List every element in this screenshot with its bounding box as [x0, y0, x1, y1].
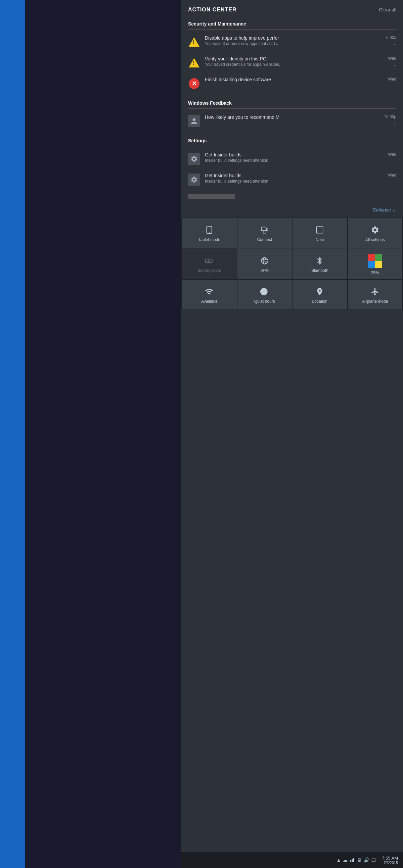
tile-location-label: Location — [312, 299, 327, 304]
warning-triangle-icon — [189, 37, 200, 46]
notif-time-area: 6:00a ⌄ — [379, 35, 396, 46]
tile-all-settings[interactable]: All settings — [348, 218, 403, 248]
quiet-hours-icon — [260, 287, 269, 297]
monitor-icon: 🖥 — [357, 857, 362, 863]
tile-wifi[interactable]: Available — [182, 280, 237, 309]
notif-time: Wed — [388, 173, 396, 178]
tile-note-label: Note — [316, 237, 324, 242]
vpn-icon — [260, 256, 269, 266]
notif-time-area: Wed — [379, 173, 396, 178]
notif-time-area: 10:00p ⌄ — [379, 115, 396, 125]
notif-content: Get Insider builds Insider build setting… — [205, 152, 375, 163]
svg-rect-5 — [266, 228, 268, 231]
chevron-down-icon: ⌄ — [393, 41, 396, 46]
notif-title: Verify your identity on this PC — [205, 56, 375, 61]
partial-notification — [181, 190, 403, 200]
section-title-feedback: Windows Feedback — [181, 97, 403, 108]
notif-title: Disable apps to help improve perfor — [205, 35, 375, 41]
svg-point-11 — [263, 257, 266, 264]
notif-content: Get Insider builds Insider build setting… — [205, 173, 375, 184]
warning-triangle-icon — [189, 58, 200, 67]
tile-vpn[interactable]: VPN — [237, 248, 292, 279]
tile-connect-label: Connect — [257, 237, 272, 242]
divider-feedback — [188, 108, 396, 109]
notif-subtitle: Insider build settings need attention — [205, 158, 375, 163]
notification-item[interactable]: Get Insider builds Insider build setting… — [181, 169, 403, 190]
notif-time: Wed — [388, 152, 396, 157]
tile-battery-saver[interactable]: Battery saver — [182, 248, 237, 279]
colorful-quadrant-blue — [368, 261, 375, 268]
action-center-panel: ACTION CENTER Clear all Security and Mai… — [181, 0, 403, 868]
connect-icon — [260, 225, 269, 235]
feedback-icon — [188, 115, 200, 127]
notif-title: Finish installing device software — [205, 77, 375, 82]
notif-title: Get Insider builds — [205, 173, 375, 178]
svg-rect-15 — [352, 859, 353, 862]
colorful-app-icon — [368, 254, 382, 268]
quick-actions-grid: Tablet mode Connect Note — [181, 217, 403, 310]
settings-icon — [188, 174, 200, 186]
network-icon — [350, 857, 355, 863]
colorful-quadrant-yellow — [375, 261, 382, 268]
svg-point-10 — [261, 257, 268, 264]
tile-tablet-mode[interactable]: Tablet mode — [182, 218, 237, 248]
colorful-quadrant-green — [375, 254, 382, 261]
collapse-button[interactable]: Collapse ⌄ — [373, 207, 396, 213]
tile-note[interactable]: Note — [292, 218, 347, 248]
action-center-title: ACTION CENTER — [188, 7, 237, 13]
tile-location[interactable]: Location — [292, 280, 347, 309]
notif-content: How likely are you to recommend M — [205, 115, 375, 120]
notif-time-area: Wed ⌄ — [379, 56, 396, 67]
bluetooth-icon — [315, 256, 324, 266]
notif-content: Verify your identity on this PC Your sav… — [205, 56, 375, 67]
notif-content: Finish installing device software — [205, 77, 375, 82]
colorful-quadrant-red — [368, 254, 375, 261]
notification-item[interactable]: Disable apps to help improve perfor You … — [181, 31, 403, 52]
tile-colorful-label: 25% — [371, 271, 379, 275]
clear-all-button[interactable]: Clear all — [379, 7, 396, 12]
notification-item[interactable]: How likely are you to recommend M 10:00p… — [181, 111, 403, 131]
notification-item[interactable]: Get Insider builds Insider build setting… — [181, 148, 403, 169]
notification-item[interactable]: ✕ Finish installing device software Wed — [181, 73, 403, 94]
tile-colorful[interactable]: 25% — [348, 248, 403, 279]
tile-airplane-mode[interactable]: Airplane mode — [348, 280, 403, 309]
action-center-icon[interactable]: ❑ — [371, 857, 376, 863]
tile-tablet-mode-label: Tablet mode — [199, 237, 220, 242]
notif-content: Disable apps to help improve perfor You … — [205, 35, 375, 46]
collapse-row: Collapse ⌄ — [181, 204, 403, 217]
notif-time: Wed — [388, 77, 396, 82]
blue-sidebar — [0, 0, 25, 868]
section-feedback: Windows Feedback How likely are you to r… — [181, 97, 403, 134]
svg-rect-14 — [350, 860, 351, 862]
all-settings-icon — [370, 225, 380, 235]
warning-icon — [188, 57, 200, 69]
error-icon: ✕ — [188, 78, 200, 90]
taskbar-time-area[interactable]: 7:55 AM 7/3/2015 — [382, 856, 398, 865]
chevron-down-icon: ⌄ — [393, 121, 396, 125]
cloud-icon: ☁ — [343, 857, 348, 863]
notification-item[interactable]: Verify your identity on this PC Your sav… — [181, 52, 403, 73]
wifi-icon — [204, 287, 214, 297]
tile-quiet-hours[interactable]: Quiet hours — [237, 280, 292, 309]
tablet-mode-icon — [204, 225, 214, 235]
notif-time-area: Wed — [379, 152, 396, 157]
partial-line — [188, 194, 235, 199]
taskbar: ▲ ☁ 🖥 🔊 ❑ 7:55 AM 7/3/2015 — [181, 852, 403, 868]
gear-icon — [188, 153, 200, 165]
divider-settings — [188, 146, 396, 146]
tile-bluetooth[interactable]: Bluetooth — [292, 248, 347, 279]
tile-wifi-label: Available — [201, 299, 217, 304]
svg-point-9 — [208, 260, 210, 262]
notif-time: 10:00p — [384, 115, 396, 119]
note-icon — [315, 225, 324, 235]
warning-icon — [188, 36, 200, 48]
tile-connect[interactable]: Connect — [237, 218, 292, 248]
gear-icon — [188, 174, 200, 186]
airplane-mode-icon — [370, 287, 380, 297]
svg-rect-2 — [261, 227, 266, 230]
tile-quiet-hours-label: Quiet hours — [254, 299, 275, 304]
notif-title: Get Insider builds — [205, 152, 375, 157]
section-settings-notif: Settings Get Insider builds Insider buil… — [181, 134, 403, 204]
collapse-label: Collapse — [373, 207, 391, 213]
tile-bluetooth-label: Bluetooth — [311, 268, 328, 273]
